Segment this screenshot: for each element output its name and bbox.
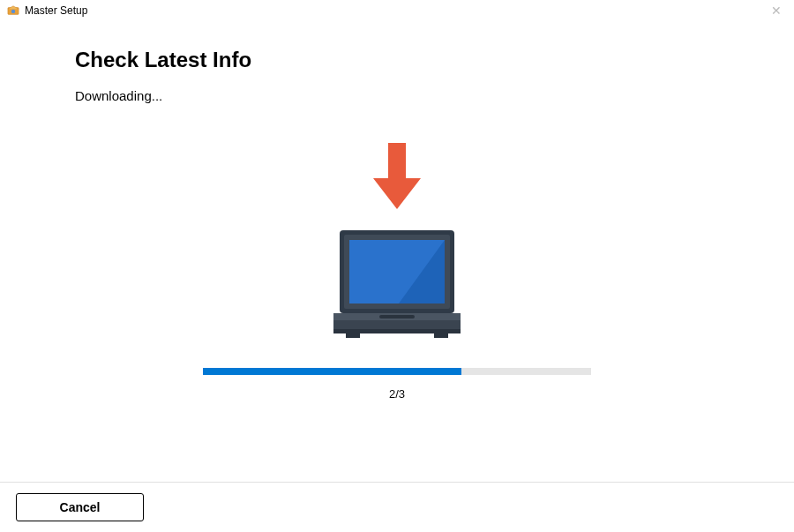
svg-rect-10 (434, 333, 448, 338)
cancel-button[interactable]: Cancel (16, 493, 144, 521)
svg-point-1 (11, 10, 15, 13)
svg-rect-9 (346, 333, 360, 338)
download-arrow-icon (366, 139, 428, 218)
svg-rect-8 (333, 329, 461, 333)
titlebar: Master Setup ✕ (0, 0, 794, 21)
download-illustration (75, 139, 719, 341)
app-icon (7, 4, 19, 17)
footer: Cancel (0, 482, 794, 532)
window-title: Master Setup (25, 4, 87, 17)
svg-rect-7 (333, 320, 461, 329)
content-area: Check Latest Info Downloading... (0, 21, 794, 401)
status-text: Downloading... (75, 88, 719, 103)
svg-rect-6 (379, 315, 415, 318)
progress-container: 2/3 (75, 368, 719, 401)
page-heading: Check Latest Info (75, 48, 719, 72)
progress-label: 2/3 (389, 387, 405, 401)
progress-fill (203, 368, 461, 375)
close-icon: ✕ (766, 4, 787, 18)
laptop-icon (309, 227, 485, 341)
progress-bar (203, 368, 591, 375)
titlebar-left: Master Setup (7, 4, 87, 17)
